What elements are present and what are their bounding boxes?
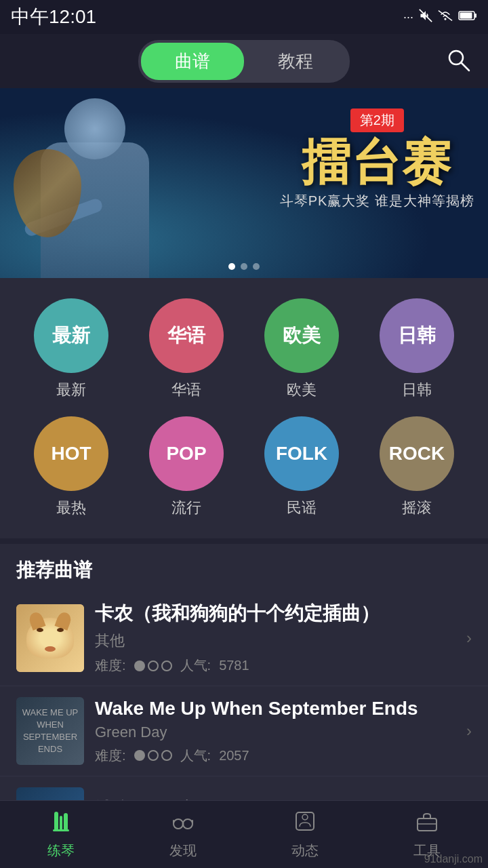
category-label-hot: 最热 [56,498,86,518]
category-circle-chinese: 华语 [149,298,224,373]
difficulty-label-2: 难度: [95,747,126,765]
svg-point-10 [174,819,183,829]
difficulty-label-1: 难度: [95,656,126,675]
svg-rect-7 [60,816,62,831]
tools-icon [415,809,439,839]
category-jpkr[interactable]: 日韩 日韩 [366,298,468,400]
dot-empty-4 [161,750,172,761]
category-circle-pop: POP [149,416,224,491]
mute-icon [419,9,432,26]
category-circle-latest: 最新 [34,298,108,373]
recommend-section-header: 推荐曲谱 [0,538,488,590]
song-info-1: 卡农（我和狗狗的十个约定插曲） 其他 难度: 人气: 5781 [84,601,466,675]
recommend-title: 推荐曲谱 [16,559,92,580]
svg-rect-6 [54,812,58,831]
category-latest[interactable]: 最新 最新 [20,298,122,400]
category-label-folk: 民谣 [287,498,317,518]
popularity-value-1: 5781 [219,658,249,673]
tab-tutorial[interactable]: 教程 [244,43,347,80]
svg-rect-9 [53,829,69,831]
song-arrow-2: › [466,722,472,741]
category-row-1: 最新 最新 华语 华语 欧美 欧美 日韩 日韩 [14,298,474,400]
header: 曲谱 教程 [0,34,488,88]
discover-icon [171,809,195,839]
category-circle-hot: HOT [34,416,108,491]
dot-filled [134,660,145,671]
banner-title: 擂台赛 [280,138,474,186]
watermark: 91danji.com [424,853,483,865]
category-pop[interactable]: POP 流行 [136,416,237,518]
category-western[interactable]: 欧美 欧美 [251,298,352,400]
status-bar: 中午12:01 ··· [0,0,488,34]
song-artist-2: Green Day [95,724,455,741]
category-hot[interactable]: HOT 最热 [20,416,122,518]
category-rock[interactable]: ROCK 摇滚 [366,416,468,518]
popularity-label-1: 人气: [180,656,211,675]
popularity-value-2: 2057 [219,748,249,764]
status-time: 中午12:01 [11,4,96,30]
song-info-2: Wake Me Up When September Ends Green Day… [84,698,466,765]
nav-label-discover: 发现 [169,842,197,860]
song-item-2[interactable]: WAKE ME UP WHEN SEPTEMBER ENDS Wake Me U… [0,686,488,776]
category-circle-folk: FOLK [264,416,339,491]
svg-rect-3 [460,12,472,18]
svg-rect-2 [474,14,476,18]
nav-item-dynamic[interactable]: 动态 [244,801,366,868]
category-label-pop: 流行 [171,498,201,518]
banner-dot-2[interactable] [241,263,247,270]
banner-content: 第2期 擂台赛 斗琴PK赢大奖 谁是大神等揭榜 [280,108,474,210]
song-item-1[interactable]: 卡农（我和狗狗的十个约定插曲） 其他 难度: 人气: 5781 › [0,590,488,686]
dot-empty-1 [148,660,159,671]
difficulty-dots-2 [134,750,172,761]
category-circle-rock: ROCK [380,416,454,491]
wifi-icon [438,9,453,25]
banner-badge: 第2期 [350,108,404,132]
svg-point-11 [183,819,192,829]
nav-item-practice[interactable]: 练琴 [0,801,122,868]
category-circle-jpkr: 日韩 [380,298,454,373]
song-name-2: Wake Me Up When September Ends [95,698,455,719]
song-artist-1: 其他 [95,631,455,651]
song-thumb-2: WAKE ME UP WHEN SEPTEMBER ENDS [16,697,84,765]
svg-rect-17 [418,818,436,831]
song-thumb-1 [16,604,84,672]
category-label-western: 欧美 [287,380,317,400]
svg-point-16 [302,814,308,820]
svg-rect-15 [296,812,314,830]
svg-rect-8 [64,813,68,831]
banner: 第2期 擂台赛 斗琴PK赢大奖 谁是大神等揭榜 [0,88,488,278]
difficulty-dots-1 [134,660,172,671]
song-meta-2: 难度: 人气: 2057 [95,747,455,765]
nav-label-practice: 练琴 [47,842,75,860]
banner-subtitle: 斗琴PK赢大奖 谁是大神等揭榜 [280,192,474,210]
song-arrow-1: › [466,629,472,648]
category-label-chinese: 华语 [171,380,201,400]
dot-empty-3 [148,750,159,761]
categories: 最新 最新 华语 华语 欧美 欧美 日韩 日韩 [0,278,488,538]
category-label-latest: 最新 [56,380,86,400]
banner-dots [228,263,260,270]
category-chinese[interactable]: 华语 华语 [136,298,237,400]
popularity-label-2: 人气: [180,747,211,765]
banner-dot-3[interactable] [253,263,260,270]
battery-icon [458,10,477,24]
dot-filled-2 [134,750,145,761]
bottom-nav: 练琴 发现 动态 工具 [0,800,488,868]
category-row-2: HOT 最热 POP 流行 FOLK 民谣 ROCK 摇滚 [14,416,474,518]
nav-label-dynamic: 动态 [291,842,319,860]
song-meta-1: 难度: 人气: 5781 [95,656,455,675]
banner-dot-1[interactable] [228,263,235,270]
status-icons: ··· [403,9,477,26]
category-circle-western: 欧美 [264,298,339,373]
nav-item-discover[interactable]: 发现 [122,801,244,868]
dot-empty-2 [161,660,172,671]
svg-line-5 [461,62,469,71]
practice-icon [49,809,73,839]
category-label-jpkr: 日韩 [402,380,432,400]
category-label-rock: 摇滚 [402,498,432,518]
signal-icon: ··· [403,10,413,24]
tab-scores[interactable]: 曲谱 [141,43,244,80]
tab-toggle: 曲谱 教程 [138,40,350,83]
search-button[interactable] [445,46,472,76]
category-folk[interactable]: FOLK 民谣 [251,416,352,518]
